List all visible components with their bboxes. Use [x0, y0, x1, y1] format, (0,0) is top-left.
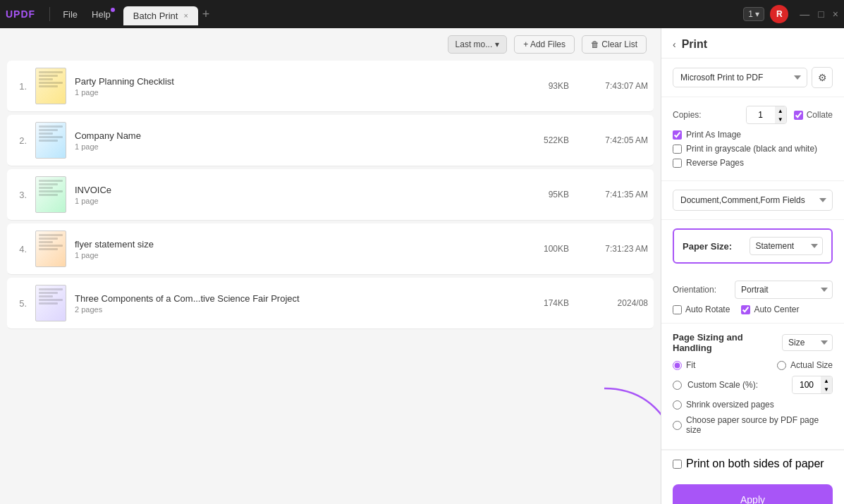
- file-thumbnail-1: [35, 122, 66, 159]
- document-options-section: Document,Comment,Form Fields Document Do…: [661, 181, 844, 220]
- print-as-image-label[interactable]: Print As Image: [686, 130, 741, 140]
- file-date-2: 7:41:35 AM: [577, 190, 648, 199]
- tab-close-btn[interactable]: ×: [183, 11, 188, 20]
- copies-section: Copies: ▲ ▼ Collate Print As Image: [661, 97, 844, 181]
- actual-size-radio[interactable]: [777, 361, 786, 370]
- menu-file[interactable]: File: [56, 6, 85, 23]
- file-info-0: Party Planning Checklist 1 page: [75, 76, 511, 97]
- add-files-button[interactable]: + Add Files: [514, 35, 575, 54]
- scale-up-arrow[interactable]: ▲: [821, 376, 832, 385]
- file-name-0: Party Planning Checklist: [75, 76, 511, 87]
- fit-radio[interactable]: [673, 361, 682, 370]
- scale-arrows: ▲ ▼: [821, 376, 832, 393]
- orientation-section: Orientation: Portrait Landscape Auto Rot…: [661, 272, 844, 324]
- file-pages-0: 1 page: [75, 88, 511, 97]
- copies-up-arrow[interactable]: ▲: [775, 106, 786, 115]
- maximize-btn[interactable]: □: [818, 8, 824, 20]
- file-list-area: Last mo... ▾ + Add Files 🗑 Clear List 1.: [0, 28, 661, 504]
- scale-down-arrow[interactable]: ▼: [821, 385, 832, 393]
- printer-settings-button[interactable]: ⚙: [812, 67, 833, 88]
- new-tab-btn[interactable]: +: [202, 7, 210, 22]
- choose-paper-source-row: Choose paper source by PDF page size: [673, 415, 833, 435]
- copies-arrows: ▲ ▼: [775, 106, 786, 123]
- auto-center-checkbox[interactable]: [741, 305, 750, 314]
- close-btn[interactable]: ×: [833, 8, 838, 20]
- print-panel-title: Print: [682, 38, 707, 51]
- print-both-sides-label[interactable]: Print on both sides of paper: [686, 457, 824, 470]
- file-size-3: 100KB: [520, 244, 569, 254]
- window-controls: — □ ×: [800, 8, 838, 20]
- copies-row: Copies: ▲ ▼ Collate: [673, 106, 833, 124]
- file-name-4: Three Components of a Com...tive Science…: [75, 293, 511, 304]
- collate-checkbox[interactable]: [794, 111, 803, 120]
- printer-select[interactable]: Microsoft Print to PDF Adobe PDF Default…: [673, 68, 807, 87]
- auto-rotate-checkbox[interactable]: [673, 305, 682, 314]
- file-row[interactable]: 5. Three Components of a Com...tive Scie…: [7, 278, 654, 329]
- file-row[interactable]: 1. Party Planning Checklist 1 page 93KB …: [7, 61, 654, 112]
- titlebar-right: 1 ▾ R — □ ×: [743, 5, 838, 23]
- print-as-image-row: Print As Image: [673, 130, 833, 140]
- auto-rotate-item: Auto Rotate: [673, 305, 730, 314]
- print-grayscale-label[interactable]: Print in grayscale (black and white): [686, 144, 817, 154]
- orientation-select[interactable]: Portrait Landscape: [735, 281, 833, 299]
- shrink-oversized-row: Shrink oversized pages: [673, 400, 833, 410]
- help-notification-dot: [111, 8, 115, 12]
- print-grayscale-checkbox[interactable]: [673, 145, 682, 154]
- file-row[interactable]: 3. INVOICe 1 page 95KB 7:41:35 AM: [7, 169, 654, 221]
- file-date-1: 7:42:05 AM: [577, 135, 648, 145]
- file-size-4: 174KB: [520, 298, 569, 308]
- file-row[interactable]: 4. flyer statement size 1 page 100KB 7:3…: [7, 223, 654, 275]
- choose-paper-source-label[interactable]: Choose paper source by PDF page size: [686, 415, 833, 435]
- shrink-oversized-radio[interactable]: [673, 400, 682, 410]
- document-select[interactable]: Document,Comment,Form Fields Document Do…: [673, 190, 833, 211]
- shrink-oversized-label[interactable]: Shrink oversized pages: [686, 400, 774, 410]
- auto-options-row: Auto Rotate Auto Center: [673, 305, 833, 314]
- file-thumbnail-2: [35, 176, 66, 213]
- page-sizing-mode-select[interactable]: Size Poster Multiple Booklet: [782, 334, 833, 351]
- print-both-sides-checkbox[interactable]: [673, 460, 682, 469]
- print-as-image-checkbox[interactable]: [673, 130, 682, 140]
- orientation-label: Orientation:: [673, 285, 729, 295]
- file-name-3: flyer statement size: [75, 239, 511, 250]
- fit-radio-item: Fit: [673, 360, 695, 370]
- tab-batch-print[interactable]: Batch Print ×: [123, 6, 198, 25]
- file-thumbnail-3: [35, 231, 66, 267]
- reverse-pages-checkbox[interactable]: [673, 159, 682, 168]
- paper-size-section: Paper Size: Statement Letter Legal A4 A3…: [673, 228, 833, 264]
- actual-size-label[interactable]: Actual Size: [790, 360, 833, 370]
- file-row[interactable]: 2. Company Name 1 page 522KB 7:42:05 AM: [7, 115, 654, 166]
- paper-size-select[interactable]: Statement Letter Legal A4 A3 Tabloid: [750, 237, 824, 255]
- choose-paper-source-radio[interactable]: [673, 421, 682, 430]
- printer-select-row: Microsoft Print to PDF Adobe PDF Default…: [673, 67, 833, 88]
- file-name-2: INVOICe: [75, 185, 511, 195]
- copies-down-arrow[interactable]: ▼: [775, 115, 786, 123]
- print-grayscale-row: Print in grayscale (black and white): [673, 144, 833, 154]
- page-sizing-title: Page Sizing and Handling: [673, 332, 776, 353]
- file-pages-3: 1 page: [75, 251, 511, 259]
- reverse-pages-label[interactable]: Reverse Pages: [686, 158, 744, 168]
- clear-list-button[interactable]: 🗑 Clear List: [582, 35, 647, 54]
- sort-button[interactable]: Last mo... ▾: [448, 35, 508, 54]
- file-pages-2: 1 page: [75, 197, 511, 205]
- apply-button[interactable]: Apply: [673, 484, 833, 504]
- file-list-toolbar: Last mo... ▾ + Add Files 🗑 Clear List: [0, 28, 661, 61]
- file-pages-1: 1 page: [75, 142, 511, 151]
- file-thumbnail-0: [35, 68, 66, 104]
- file-number-3: 4.: [13, 244, 27, 254]
- version-selector[interactable]: 1 ▾: [743, 7, 764, 21]
- print-both-sides-row: Print on both sides of paper: [661, 450, 844, 477]
- menu-help[interactable]: Help: [85, 6, 118, 23]
- scale-input[interactable]: [793, 377, 821, 393]
- user-avatar[interactable]: R: [770, 5, 788, 23]
- copies-input[interactable]: [747, 107, 775, 123]
- custom-scale-label[interactable]: Custom Scale (%):: [687, 380, 786, 390]
- minimize-btn[interactable]: —: [800, 8, 809, 20]
- file-date-0: 7:43:07 AM: [577, 81, 648, 91]
- back-button[interactable]: ‹: [673, 39, 676, 50]
- custom-scale-radio[interactable]: [673, 381, 682, 390]
- copies-input-wrap: ▲ ▼: [746, 106, 787, 124]
- actual-size-radio-item: Actual Size: [777, 360, 833, 370]
- fit-label[interactable]: Fit: [686, 360, 695, 370]
- file-info-3: flyer statement size 1 page: [75, 239, 511, 259]
- reverse-pages-row: Reverse Pages: [673, 158, 833, 168]
